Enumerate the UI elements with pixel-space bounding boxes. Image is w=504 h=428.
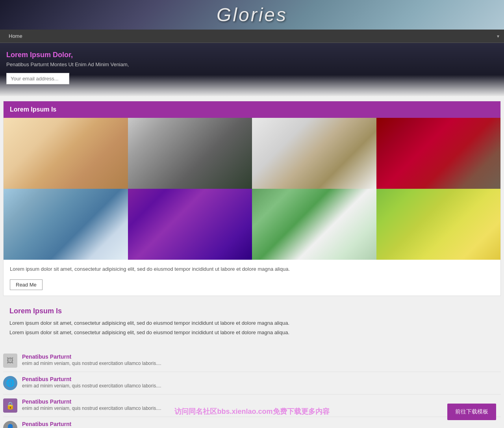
image-icon: 🖼	[3, 354, 17, 368]
list-item-title[interactable]: Penatibus Parturnt	[22, 398, 161, 405]
hero-section: Lorem Ipsum Dolor, Penatibus Parturnt Mo…	[0, 43, 504, 96]
gallery-image-wedding-group[interactable]	[128, 118, 252, 189]
lock-icon: 🔒	[3, 398, 17, 413]
list-item-content: Penatibus Parturnt enim ad minim veniam,…	[22, 376, 161, 389]
hero-subtitle: Penatibus Parturnt Montes Ut Enim Ad Min…	[6, 61, 498, 67]
gallery-image-bride-blue[interactable]	[4, 189, 128, 260]
user-icon: 👤	[3, 421, 17, 428]
list-item-title[interactable]: Penatibus Parturnt	[22, 354, 161, 360]
list-item-desc: enim ad minim veniam, quis nostrud exerc…	[22, 361, 161, 366]
lorem-para-2: Lorem ipsum dolor sit amet, consectetur …	[9, 329, 495, 337]
gallery-header: Lorem Ipsum Is	[4, 101, 500, 118]
gallery-image-purple-girl[interactable]	[128, 189, 252, 260]
list-item-desc: enim ad minim veniam, quis nostrud exerc…	[22, 383, 161, 389]
main-content: Lorem Ipsum Is Lorem ipsum dolor sit ame…	[0, 101, 504, 428]
list-items: 🖼 Penatibus Parturnt enim ad minim venia…	[3, 350, 501, 428]
gallery-grid	[4, 118, 500, 260]
read-me-button[interactable]: Read Me	[10, 279, 43, 290]
gallery-image-rings[interactable]	[252, 118, 376, 189]
email-input[interactable]	[6, 73, 69, 84]
globe-icon: 🌐	[3, 376, 17, 390]
list-item-desc: enim ad minim veniam, quis nostrud exerc…	[22, 406, 161, 411]
site-header: Glories	[0, 0, 504, 30]
list-item-content: Penatibus Parturnt enim ad minim veniam,…	[22, 354, 161, 366]
list-item: 🔒 Penatibus Parturnt enim ad minim venia…	[3, 395, 501, 417]
gallery-section: Lorem Ipsum Is Lorem ipsum dolor sit ame…	[3, 101, 501, 296]
lorem-section: Lorem Ipsum Is Lorem ipsum dolor sit ame…	[3, 301, 501, 345]
lorem-para-1: Lorem ipsum dolor sit amet, consectetur …	[9, 319, 495, 328]
chevron-down-icon: ▾	[497, 33, 499, 39]
list-item-title[interactable]: Penatibus Parturnt	[22, 376, 161, 382]
gallery-image-dove-girl[interactable]	[252, 189, 376, 260]
gallery-description: Lorem ipsum dolor sit amet, consectetur …	[4, 260, 500, 276]
lorem-section-title: Lorem Ipsum Is	[9, 307, 495, 315]
list-item: 🖼 Penatibus Parturnt enim ad minim venia…	[3, 350, 501, 372]
hero-title: Lorem Ipsum Dolor,	[6, 51, 498, 59]
gallery-image-roses[interactable]	[4, 118, 128, 189]
list-item: 🌐 Penatibus Parturnt enim ad minim venia…	[3, 372, 501, 395]
gallery-image-red-dress[interactable]	[376, 118, 501, 189]
nav-bar[interactable]: Home ▾	[0, 30, 504, 43]
list-item-title[interactable]: Penatibus Parturnt	[22, 421, 161, 427]
list-item-content: Penatibus Parturnt enim ad minim veniam,…	[22, 398, 161, 411]
list-item: 👤 Penatibus Parturnt enim ad minim venia…	[3, 417, 501, 428]
gallery-image-veil-girl[interactable]	[376, 189, 501, 260]
list-item-content: Penatibus Parturnt enim ad minim veniam,…	[22, 421, 161, 428]
site-title: Glories	[217, 4, 287, 26]
download-button[interactable]: 前往下载模板	[447, 404, 496, 420]
nav-home[interactable]: Home	[5, 31, 26, 41]
